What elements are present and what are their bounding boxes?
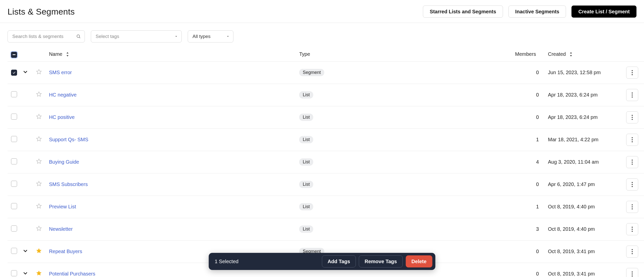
- type-badge: Segment: [299, 69, 324, 76]
- svg-point-2: [632, 70, 633, 71]
- members-cell: 3: [515, 218, 548, 240]
- sort-icon: [569, 52, 573, 57]
- search-icon: [76, 34, 81, 39]
- type-badge: List: [299, 225, 313, 233]
- row-checkbox[interactable]: [11, 70, 17, 76]
- star-toggle[interactable]: [36, 158, 42, 164]
- table-row: Support Qs- SMSList1Mar 18, 2021, 4:22 p…: [8, 128, 644, 151]
- more-vertical-icon: [631, 92, 633, 98]
- row-checkbox[interactable]: [11, 225, 17, 232]
- svg-point-6: [632, 94, 633, 95]
- created-cell: Oct 8, 2019, 4:40 pm: [548, 218, 626, 240]
- selection-toast: 1 Selected Add Tags Remove Tags Delete: [209, 253, 435, 270]
- row-checkbox[interactable]: [11, 248, 17, 254]
- inactive-segments-button[interactable]: Inactive Segments: [508, 6, 566, 18]
- star-toggle[interactable]: [36, 203, 42, 209]
- remove-tags-button[interactable]: Remove Tags: [359, 255, 403, 267]
- star-toggle[interactable]: [36, 136, 42, 142]
- row-actions-menu[interactable]: [626, 246, 638, 258]
- more-vertical-icon: [631, 271, 633, 277]
- starred-lists-button[interactable]: Starred Lists and Segments: [423, 6, 503, 18]
- delete-button[interactable]: Delete: [406, 255, 432, 267]
- row-actions-menu[interactable]: [626, 134, 638, 146]
- lists-table: Name Type Members Created SMS errorSegme…: [8, 47, 644, 277]
- page-header: Lists & Segments Starred Lists and Segme…: [0, 0, 644, 23]
- list-name-link[interactable]: Newsletter: [49, 226, 73, 232]
- created-cell: Oct 8, 2019, 4:40 pm: [548, 196, 626, 218]
- column-created[interactable]: Created: [548, 51, 566, 57]
- table-row: HC positiveList0Apr 18, 2023, 6:24 pm: [8, 106, 644, 128]
- star-toggle[interactable]: [36, 248, 42, 254]
- row-actions-menu[interactable]: [626, 178, 638, 191]
- list-name-link[interactable]: Support Qs- SMS: [49, 137, 88, 142]
- list-name-link[interactable]: Repeat Buyers: [49, 249, 82, 254]
- created-cell: Aug 3, 2020, 11:04 am: [548, 151, 626, 173]
- created-cell: Jun 15, 2023, 12:58 pm: [548, 61, 626, 84]
- row-checkbox[interactable]: [11, 136, 17, 142]
- row-actions-menu[interactable]: [626, 156, 638, 168]
- list-name-link[interactable]: Preview List: [49, 204, 76, 209]
- check-icon: [12, 71, 16, 74]
- search-field[interactable]: [8, 30, 85, 42]
- row-actions-menu[interactable]: [626, 89, 638, 101]
- list-name-link[interactable]: HC positive: [49, 114, 75, 120]
- expand-toggle[interactable]: [22, 248, 29, 254]
- list-name-link[interactable]: SMS error: [49, 70, 72, 75]
- row-checkbox[interactable]: [11, 270, 17, 276]
- list-name-link[interactable]: Potential Purchasers: [49, 271, 95, 276]
- row-actions-menu[interactable]: [626, 268, 638, 277]
- svg-point-22: [632, 208, 633, 209]
- row-actions-menu[interactable]: [626, 223, 638, 235]
- row-checkbox[interactable]: [11, 158, 17, 164]
- list-name-link[interactable]: HC negative: [49, 92, 77, 98]
- members-cell: 0: [515, 61, 548, 84]
- svg-point-7: [632, 96, 633, 97]
- row-checkbox[interactable]: [11, 203, 17, 209]
- tags-select[interactable]: Select tags: [91, 30, 182, 42]
- star-toggle[interactable]: [36, 69, 42, 75]
- star-toggle[interactable]: [36, 225, 42, 232]
- svg-point-8: [632, 115, 633, 116]
- svg-point-4: [632, 74, 633, 75]
- svg-point-30: [632, 273, 633, 274]
- members-cell: 4: [515, 151, 548, 173]
- table-row: HC negativeList0Apr 18, 2023, 6:24 pm: [8, 84, 644, 106]
- search-input[interactable]: [8, 34, 85, 39]
- expand-toggle[interactable]: [22, 69, 29, 75]
- row-checkbox[interactable]: [11, 91, 17, 97]
- row-actions-menu[interactable]: [626, 201, 638, 213]
- svg-point-23: [632, 226, 633, 227]
- created-cell: Oct 8, 2019, 3:41 pm: [548, 240, 626, 263]
- row-checkbox[interactable]: [11, 114, 17, 120]
- list-name-link[interactable]: Buying Guide: [49, 159, 79, 165]
- more-vertical-icon: [631, 182, 633, 187]
- svg-point-24: [632, 228, 633, 229]
- created-cell: Apr 6, 2020, 1:47 pm: [548, 173, 626, 196]
- star-toggle[interactable]: [36, 181, 42, 187]
- svg-point-3: [632, 72, 633, 73]
- star-toggle[interactable]: [36, 270, 42, 276]
- created-cell: Apr 18, 2023, 6:24 pm: [548, 106, 626, 128]
- table-header: Name Type Members Created: [8, 47, 644, 61]
- star-toggle[interactable]: [36, 114, 42, 120]
- row-actions-menu[interactable]: [626, 67, 638, 79]
- svg-point-26: [632, 249, 633, 250]
- row-checkbox[interactable]: [11, 181, 17, 187]
- svg-point-9: [632, 117, 633, 118]
- list-name-link[interactable]: SMS Subscribers: [49, 181, 88, 187]
- more-vertical-icon: [631, 204, 633, 210]
- column-name[interactable]: Name: [49, 51, 62, 57]
- row-actions-menu[interactable]: [626, 111, 638, 123]
- star-toggle[interactable]: [36, 91, 42, 97]
- add-tags-button[interactable]: Add Tags: [322, 255, 356, 267]
- table-row: SMS SubscribersList0Apr 6, 2020, 1:47 pm: [8, 173, 644, 196]
- create-list-segment-button[interactable]: Create List / Segment: [571, 6, 636, 18]
- page-title: Lists & Segments: [8, 7, 75, 17]
- svg-point-0: [77, 35, 80, 37]
- expand-toggle[interactable]: [22, 270, 29, 276]
- types-select[interactable]: All types: [188, 30, 233, 42]
- select-all-checkbox[interactable]: [11, 52, 17, 58]
- members-cell: 0: [515, 240, 548, 263]
- filter-bar: Select tags All types: [0, 23, 644, 47]
- svg-point-16: [632, 163, 633, 164]
